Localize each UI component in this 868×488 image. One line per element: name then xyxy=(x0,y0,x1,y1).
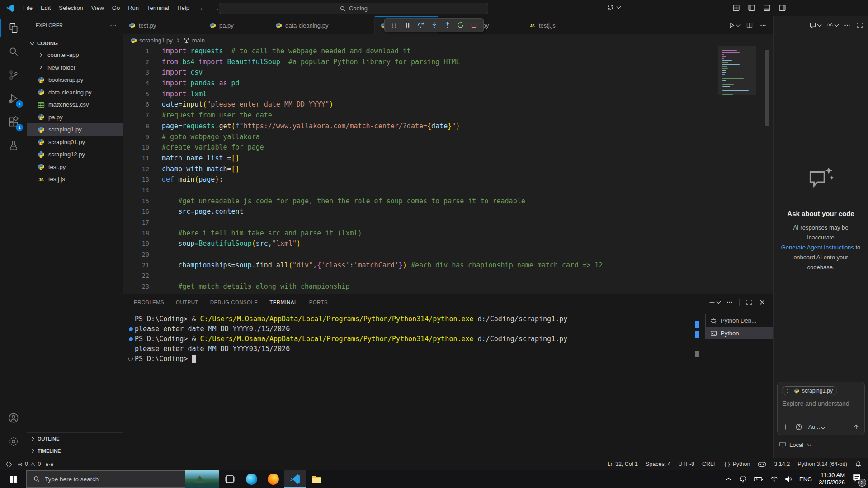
code-line-14[interactable]: 14 xyxy=(123,185,773,196)
menu-run[interactable]: Run xyxy=(124,0,143,16)
activity-accounts[interactable] xyxy=(0,406,27,430)
restart-button[interactable] xyxy=(457,21,464,29)
code-line-7[interactable]: 7#request from user the date xyxy=(123,110,773,121)
panel-tab-debug-console[interactable]: DEBUG CONSOLE xyxy=(210,294,258,310)
terminal-instance-python[interactable]: Python xyxy=(706,327,774,339)
activity-extensions[interactable]: 1 xyxy=(0,110,27,134)
file-item-bookscrap.py[interactable]: bookscrap.py xyxy=(27,74,123,86)
maximize-panel-button[interactable] xyxy=(745,299,753,306)
file-item-scraping01.py[interactable]: scraping01.py xyxy=(27,136,123,149)
remove-context-icon[interactable] xyxy=(786,389,791,394)
explorer-more-actions-button[interactable]: ··· xyxy=(110,23,117,28)
notifications-bell-icon[interactable] xyxy=(855,461,862,468)
menu-terminal[interactable]: Terminal xyxy=(143,0,173,16)
chat-more-button[interactable] xyxy=(844,22,851,29)
sync-dropdown-button[interactable] xyxy=(607,4,620,11)
pause-button[interactable] xyxy=(404,21,411,29)
panel-more-button[interactable] xyxy=(726,299,733,306)
eol-sequence[interactable]: CRLF xyxy=(702,461,717,467)
activity-source-control[interactable] xyxy=(0,63,27,87)
customize-layout-icon[interactable] xyxy=(732,4,740,12)
breadcrumb[interactable]: scraping1.py main xyxy=(123,34,773,46)
indentation[interactable]: Spaces: 4 xyxy=(646,461,671,467)
search-highlight-image[interactable] xyxy=(185,470,219,488)
copilot-icon[interactable] xyxy=(758,461,766,467)
command-center-search[interactable]: Coding xyxy=(219,3,488,14)
step-over-button[interactable] xyxy=(417,21,425,29)
chat-expand-button[interactable] xyxy=(856,22,863,29)
activity-testing[interactable] xyxy=(0,134,27,157)
file-item-mattchess1.csv[interactable]: mattchess1.csv xyxy=(27,99,123,111)
terminal-instance-python-deb-[interactable]: Python Deb... xyxy=(706,314,774,327)
language-indicator[interactable]: ENG xyxy=(799,476,812,483)
code-line-5[interactable]: 5import lxml xyxy=(123,89,773,100)
code-editor[interactable]: 1import requests # to call the webpage n… xyxy=(123,46,773,294)
code-line-19[interactable]: 19 soup=BeautifulSoup(src,"lxml") xyxy=(123,239,773,249)
file-item-data-cleaning.py[interactable]: data-cleaning.py xyxy=(27,86,123,99)
step-into-button[interactable] xyxy=(430,21,438,29)
code-line-9[interactable]: 9# goto webpage yallakora xyxy=(123,132,773,143)
run-python-file-button[interactable] xyxy=(728,22,740,29)
step-out-button[interactable] xyxy=(443,21,451,29)
problems-status[interactable]: ⊗0 ⚠0 xyxy=(18,461,41,468)
code-line-12[interactable]: 12champ_with_match=[] xyxy=(123,164,773,175)
volume-icon[interactable] xyxy=(785,475,793,483)
outline-section[interactable]: OUTLINE xyxy=(27,432,123,445)
toggle-sidebar-icon[interactable] xyxy=(748,4,755,12)
tab-pa.py[interactable]: pa.py xyxy=(203,16,269,34)
code-line-10[interactable]: 10#create variable for page xyxy=(123,142,773,153)
code-line-13[interactable]: 13def main(page): xyxy=(123,174,773,185)
timeline-section[interactable]: TIMELINE xyxy=(27,445,123,457)
code-line-1[interactable]: 1import requests # to call the webpage n… xyxy=(123,46,773,57)
file-explorer-button[interactable] xyxy=(306,470,327,488)
breadcrumb-symbol[interactable]: main xyxy=(192,37,205,44)
code-line-16[interactable]: 16 src=page.content xyxy=(123,206,773,217)
editor-more-actions-button[interactable] xyxy=(760,22,767,29)
model-picker[interactable]: Au... xyxy=(808,424,825,430)
edge-button[interactable] xyxy=(241,470,262,488)
code-line-18[interactable]: 18 #here i tell him take src and parse i… xyxy=(123,228,773,239)
panel-tab-terminal[interactable]: TERMINAL xyxy=(269,294,297,310)
code-line-22[interactable]: 22 xyxy=(123,271,773,282)
add-context-button[interactable] xyxy=(782,423,789,431)
code-line-23[interactable]: 23 #get match details along with champio… xyxy=(123,282,773,292)
taskbar-clock[interactable]: 11:30 AM 3/15/2026 xyxy=(819,472,845,486)
display-cast-icon[interactable] xyxy=(739,475,747,483)
menu-help[interactable]: Help xyxy=(173,0,193,16)
ports-broadcast-button[interactable] xyxy=(46,461,53,468)
file-item-scraping12.py[interactable]: scraping12.py xyxy=(27,148,123,161)
code-line-20[interactable]: 20 xyxy=(123,249,773,260)
code-line-4[interactable]: 4import pandas as pd xyxy=(123,78,773,89)
send-button[interactable] xyxy=(853,423,860,431)
activity-run-and-debug[interactable]: 1 xyxy=(0,87,27,110)
code-line-8[interactable]: 8page=requests.get(f"https://www.yallako… xyxy=(123,121,773,132)
python-interpreter[interactable]: Python 3.14 (64-bit) xyxy=(797,461,847,467)
taskbar-search[interactable]: Type here to search xyxy=(26,470,185,488)
file-item-counter-app[interactable]: counter-app xyxy=(27,49,123,61)
code-line-3[interactable]: 3import csv xyxy=(123,67,773,78)
file-item-pa.py[interactable]: pa.py xyxy=(27,111,123,124)
tab-data-cleaning.py[interactable]: data-cleaning.py xyxy=(269,16,375,34)
cursor-position[interactable]: Ln 32, Col 1 xyxy=(608,461,638,467)
action-center-button[interactable]: 2 xyxy=(852,473,863,485)
chat-input[interactable]: Explore and understand xyxy=(782,400,860,407)
minimap[interactable] xyxy=(722,50,750,99)
editor-scrollbar[interactable] xyxy=(765,50,769,126)
toggle-panel-icon[interactable] xyxy=(763,4,771,12)
code-line-21[interactable]: 21 championships=soup.find_all("div",{'c… xyxy=(123,260,773,271)
workspace-root-folder[interactable]: CODING xyxy=(27,38,123,49)
stop-button[interactable] xyxy=(470,21,478,29)
firefox-button[interactable] xyxy=(262,470,284,488)
python-version[interactable]: 3.14.2 xyxy=(774,461,790,467)
menu-selection[interactable]: Selection xyxy=(55,0,87,16)
remote-window-button[interactable] xyxy=(5,461,12,468)
back-button[interactable]: ← xyxy=(199,4,206,12)
toggle-secondary-sidebar-icon[interactable] xyxy=(778,4,786,12)
panel-tab-problems[interactable]: PROBLEMS xyxy=(134,294,164,310)
terminal-output[interactable]: PS D:\Coding> & C:/Users/M.Osama/AppData… xyxy=(127,314,567,364)
wifi-icon[interactable] xyxy=(770,475,778,483)
vscode-taskbar-button[interactable] xyxy=(284,470,306,488)
chat-history-button[interactable] xyxy=(809,22,821,29)
breadcrumb-file[interactable]: scraping1.py xyxy=(139,37,173,44)
language-mode[interactable]: { }Python xyxy=(725,461,750,467)
